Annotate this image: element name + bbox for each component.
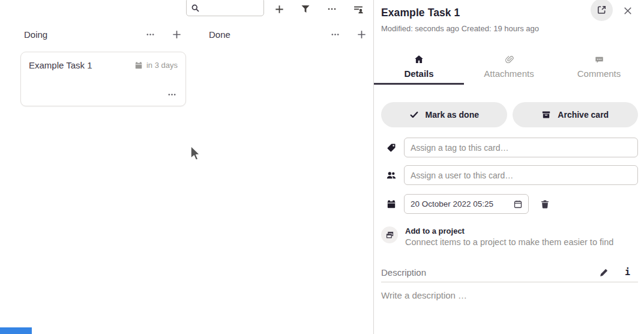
board-pane: Doing Example Task 1 in 3 days — [0, 0, 373, 334]
project-row-text: Add to a project Connect items to a proj… — [405, 226, 613, 247]
card-due-text: in 3 days — [146, 61, 178, 70]
paperclip-icon — [505, 54, 514, 65]
edit-description-button[interactable] — [599, 267, 610, 278]
ellipsis-icon — [167, 90, 176, 99]
tab-label: Comments — [577, 68, 621, 79]
add-to-project-row[interactable]: Add to a project Connect items to a proj… — [381, 226, 638, 247]
ellipsis-icon — [146, 30, 155, 39]
add-button[interactable] — [271, 1, 287, 17]
details-tab-bar: Details Attachments Comments — [374, 50, 644, 85]
description-divider — [381, 282, 638, 282]
description-info-button[interactable]: i — [625, 267, 630, 278]
card-title: Example Task 1 — [29, 60, 92, 70]
tab-comments[interactable]: Comments — [554, 50, 644, 85]
projects-icon — [381, 226, 398, 243]
mark-as-done-label: Mark as done — [426, 110, 479, 120]
archive-icon — [541, 110, 551, 120]
funnel-icon — [301, 4, 310, 14]
column-title: Done — [209, 29, 230, 40]
pencil-icon — [599, 267, 609, 278]
tab-attachments[interactable]: Attachments — [464, 50, 554, 85]
assign-user-input[interactable] — [404, 165, 638, 185]
tab-label: Attachments — [484, 68, 534, 79]
ellipsis-icon — [331, 30, 340, 39]
trash-icon — [540, 199, 550, 209]
close-icon — [623, 6, 633, 16]
column-header: Doing — [14, 27, 186, 41]
column-doing: Doing Example Task 1 in 3 days — [14, 27, 186, 106]
mark-as-done-button[interactable]: Mark as done — [381, 102, 507, 127]
card-example-task-1[interactable]: Example Task 1 in 3 days — [20, 52, 186, 106]
tag-row — [381, 138, 638, 157]
assign-tag-input[interactable] — [404, 138, 638, 157]
tag-icon — [387, 143, 396, 153]
details-tab-content: Mark as done Archive card — [374, 85, 644, 334]
pop-out-icon — [597, 5, 607, 15]
column-menu-button[interactable] — [143, 27, 157, 41]
filter-button[interactable] — [298, 1, 313, 17]
add-card-button[interactable] — [169, 27, 184, 41]
description-label: Description — [381, 267, 426, 278]
board-toolbar — [271, 1, 366, 17]
description-editor[interactable]: Write a description … — [381, 290, 638, 300]
add-card-button[interactable] — [354, 27, 369, 41]
column-title: Doing — [24, 29, 47, 40]
archive-card-button[interactable]: Archive card — [513, 102, 639, 127]
kanban-app-window: Doing Example Task 1 in 3 days — [0, 0, 644, 334]
card-meta-text: Modified: seconds ago Created: 19 hours … — [381, 24, 637, 33]
column-menu-button[interactable] — [328, 27, 342, 41]
board-menu-button[interactable] — [324, 1, 340, 17]
card-menu-button[interactable] — [164, 87, 179, 102]
panel-header: Example Task 1 Modified: seconds ago Cre… — [374, 0, 644, 33]
bottom-left-accent-bar — [0, 327, 32, 334]
list-user-icon — [354, 4, 364, 14]
tab-details[interactable]: Details — [374, 50, 464, 85]
column-done: Done — [199, 27, 371, 41]
assignee-row — [381, 165, 638, 185]
card-due-badge: in 3 days — [134, 61, 178, 70]
close-panel-button[interactable] — [622, 5, 634, 17]
add-to-project-title: Add to a project — [405, 226, 613, 235]
calendar-picker-icon — [513, 199, 523, 209]
users-icon — [387, 171, 396, 180]
chat-icon — [595, 54, 604, 65]
search-box[interactable] — [186, 0, 264, 16]
plus-icon — [274, 4, 284, 14]
plus-icon — [357, 29, 367, 40]
assignee-view-button[interactable] — [351, 1, 366, 17]
calendar-icon — [387, 199, 396, 209]
archive-card-label: Archive card — [558, 110, 609, 120]
add-to-project-subtitle: Connect items to a project to make them … — [405, 237, 613, 247]
check-icon — [409, 110, 419, 120]
remove-due-date-button[interactable] — [539, 198, 551, 210]
tab-label: Details — [404, 68, 433, 79]
plus-icon — [172, 29, 182, 40]
due-date-field[interactable]: 20 October 2022 05:25 — [404, 194, 529, 214]
column-header: Done — [199, 27, 371, 41]
search-input[interactable] — [202, 4, 260, 13]
card-actions: Mark as done Archive card — [381, 102, 638, 127]
calendar-icon — [134, 61, 143, 70]
home-icon — [414, 54, 424, 65]
due-date-value: 20 October 2022 05:25 — [411, 199, 508, 208]
due-date-row: 20 October 2022 05:25 — [381, 194, 638, 214]
search-icon — [191, 4, 200, 13]
ellipsis-icon — [327, 4, 337, 14]
card-details-panel: Example Task 1 Modified: seconds ago Cre… — [374, 0, 644, 334]
description-header: Description i — [381, 267, 638, 278]
